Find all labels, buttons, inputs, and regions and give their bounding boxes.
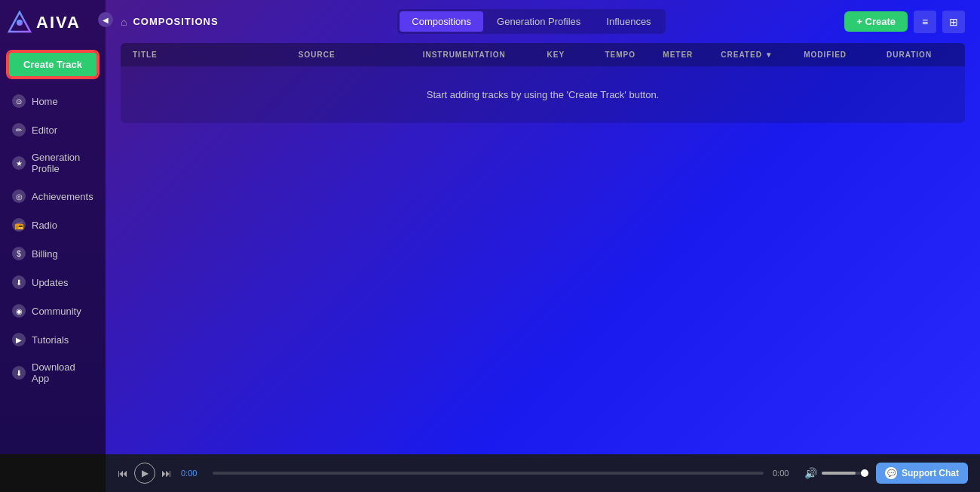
nav-icon-download-app: ⬇	[12, 366, 26, 380]
sidebar-item-billing[interactable]: $ Billing	[3, 240, 103, 267]
sidebar-item-generation-profile[interactable]: ★ Generation Profile	[3, 145, 103, 181]
progress-bar[interactable]	[213, 472, 764, 475]
nav-label-billing: Billing	[32, 248, 58, 260]
sidebar-item-community[interactable]: ◉ Community	[3, 297, 103, 324]
th-source: Source	[299, 51, 423, 59]
th-meter: Meter	[663, 51, 721, 59]
aiva-logo-icon	[8, 11, 32, 35]
tab-compositions[interactable]: Compositions	[400, 11, 483, 32]
svg-point-1	[17, 20, 23, 26]
home-icon: ⌂	[121, 16, 127, 28]
create-button[interactable]: + Create	[844, 11, 908, 32]
breadcrumb: ⌂ Compositions	[121, 16, 219, 28]
sidebar-item-tutorials[interactable]: ▶ Tutorials	[3, 326, 103, 353]
table-empty-message: Start adding tracks by using the 'Create…	[121, 66, 965, 123]
nav-icon-home: ⊙	[12, 94, 26, 108]
sidebar: AIVA ◀ Create Track ⊙ Home ✏ Editor ★ Ge…	[0, 0, 106, 492]
main-content: ⌂ Compositions CompositionsGeneration Pr…	[106, 0, 980, 492]
nav-label-updates: Updates	[32, 277, 68, 288]
nav-label-generation-profile: Generation Profile	[32, 152, 93, 174]
volume-section: 🔊	[804, 467, 867, 479]
top-navigation: ⌂ Compositions CompositionsGeneration Pr…	[106, 0, 980, 43]
nav-label-download-app: Download App	[32, 361, 93, 384]
nav-icon-generation-profile: ★	[12, 156, 26, 170]
volume-slider[interactable]	[822, 472, 867, 475]
th-key: Key	[547, 51, 605, 59]
th-tempo: Tempo	[605, 51, 663, 59]
nav-icon-community: ◉	[12, 304, 26, 318]
nav-icon-radio: 📻	[12, 218, 26, 232]
end-time: 0:00	[773, 469, 795, 478]
next-track-button[interactable]: ⏭	[161, 467, 172, 479]
top-tabs: CompositionsGeneration ProfilesInfluence…	[397, 9, 665, 34]
nav-icon-editor: ✏	[12, 123, 26, 137]
nav-label-editor: Editor	[32, 125, 57, 136]
page-title: Compositions	[133, 16, 218, 27]
sidebar-item-home[interactable]: ⊙ Home	[3, 88, 103, 115]
sidebar-navigation: ⊙ Home ✏ Editor ★ Generation Profile ◎ A…	[0, 84, 106, 492]
tab-generation-profiles[interactable]: Generation Profiles	[485, 11, 593, 32]
th-modified: Modified	[804, 51, 887, 59]
sidebar-collapse-button[interactable]: ◀	[98, 12, 113, 27]
player-bar: ⏮ ▶ ⏭ 0:00 0:00 🔊 💬 Support Chat	[0, 454, 980, 492]
create-track-button[interactable]: Create Track	[8, 51, 98, 78]
prev-track-button[interactable]: ⏮	[118, 467, 128, 479]
grid-view-button[interactable]: ⊞	[942, 11, 965, 33]
play-pause-button[interactable]: ▶	[134, 463, 155, 484]
nav-icon-tutorials: ▶	[12, 333, 26, 346]
sidebar-item-updates[interactable]: ⬇ Updates	[3, 269, 103, 296]
sidebar-item-editor[interactable]: ✏ Editor	[3, 116, 103, 143]
th-instrumentation: Instrumentation	[423, 51, 547, 59]
chat-icon: 💬	[885, 467, 897, 479]
nav-label-tutorials: Tutorials	[32, 334, 69, 346]
tab-influences[interactable]: Influences	[594, 11, 663, 32]
nav-label-community: Community	[32, 306, 81, 317]
volume-fill	[822, 472, 856, 475]
player-thumbnail-area	[0, 454, 106, 492]
nav-icon-achievements: ◎	[12, 189, 26, 203]
sidebar-item-achievements[interactable]: ◎ Achievements	[3, 183, 103, 210]
current-time: 0:00	[181, 469, 204, 478]
compositions-table: TitleSourceInstrumentationKeyTempoMeterC…	[121, 43, 965, 123]
th-created[interactable]: Created ▼	[721, 51, 804, 59]
support-chat-label: Support Chat	[902, 468, 959, 478]
sidebar-item-radio[interactable]: 📻 Radio	[3, 211, 103, 238]
th-title: Title	[133, 51, 299, 59]
th-duration: Duration	[887, 51, 953, 59]
sidebar-item-download-app[interactable]: ⬇ Download App	[3, 355, 103, 391]
nav-label-achievements: Achievements	[32, 191, 93, 202]
nav-icon-updates: ⬇	[12, 275, 26, 289]
app-name: AIVA	[36, 13, 81, 32]
list-view-button[interactable]: ≡	[914, 11, 936, 33]
nav-label-home: Home	[32, 96, 58, 107]
support-chat-button[interactable]: 💬 Support Chat	[876, 463, 968, 484]
top-nav-actions: + Create ≡ ⊞	[844, 11, 965, 33]
logo-area: AIVA ◀	[0, 0, 106, 45]
player-controls: ⏮ ▶ ⏭	[118, 463, 172, 484]
nav-icon-billing: $	[12, 247, 26, 260]
table-header: TitleSourceInstrumentationKeyTempoMeterC…	[121, 43, 965, 66]
volume-icon[interactable]: 🔊	[804, 467, 817, 479]
volume-thumb	[861, 469, 868, 477]
nav-label-radio: Radio	[32, 220, 57, 231]
